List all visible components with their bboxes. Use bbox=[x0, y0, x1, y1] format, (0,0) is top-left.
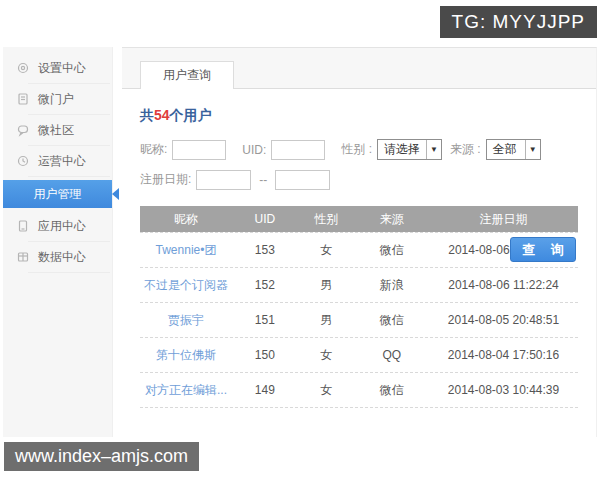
sidebar-item-micro-portal[interactable]: 微门户 bbox=[3, 84, 112, 114]
document-icon bbox=[16, 92, 30, 106]
user-source: 微信 bbox=[355, 382, 429, 399]
col-header-uid: UID bbox=[232, 212, 298, 226]
chevron-down-icon: ▼ bbox=[426, 140, 441, 159]
sidebar-item-data-center[interactable]: 数据中心 bbox=[3, 242, 112, 272]
sidebar-item-app-center[interactable]: 应用中心 bbox=[3, 211, 112, 241]
table-row: 不过是个订阅器 152 男 新浪 2014-08-06 11:22:24 bbox=[140, 268, 578, 303]
app-icon bbox=[16, 219, 30, 233]
col-header-register-date: 注册日期 bbox=[429, 211, 578, 228]
search-form: 昵称: UID: 性别 : 请选择 ▼ 来源 : 全部 ▼ 注册日 bbox=[122, 125, 596, 190]
tg-badge: TG: MYYJJPP bbox=[440, 6, 597, 38]
user-uid: 152 bbox=[232, 278, 298, 292]
user-nickname-link[interactable]: Twennie•团 bbox=[140, 242, 232, 259]
main-content: 用户查询 共54个用户 昵称: UID: 性别 : 请选择 ▼ 来源 : bbox=[122, 47, 597, 437]
sidebar-item-settings-center[interactable]: 设置中心 bbox=[3, 53, 112, 83]
user-nickname-link[interactable]: 对方正在编辑... bbox=[140, 382, 232, 399]
gender-select[interactable]: 请选择 ▼ bbox=[377, 139, 442, 160]
date-to-input[interactable] bbox=[275, 170, 330, 190]
gender-selected-value: 请选择 bbox=[378, 141, 426, 158]
sidebar-item-label: 用户管理 bbox=[34, 186, 82, 203]
page: TG: MYYJJPP 设置中心 微门户 微社区 bbox=[0, 0, 600, 480]
chat-icon bbox=[16, 123, 30, 137]
user-register-date: 2014-08-04 17:50:16 bbox=[429, 348, 578, 362]
user-uid: 150 bbox=[232, 348, 298, 362]
divider bbox=[28, 272, 110, 273]
gear-icon bbox=[16, 61, 30, 75]
user-count-summary: 共54个用户 bbox=[122, 89, 596, 125]
user-source: 新浪 bbox=[355, 277, 429, 294]
user-uid: 151 bbox=[232, 313, 298, 327]
tab-user-query[interactable]: 用户查询 bbox=[140, 61, 234, 89]
user-source: QQ bbox=[355, 348, 429, 362]
user-gender: 男 bbox=[298, 277, 355, 294]
table-header-row: 昵称 UID 性别 来源 注册日期 bbox=[140, 206, 578, 232]
sidebar-item-label: 应用中心 bbox=[38, 218, 86, 235]
user-nickname-link[interactable]: 贾振宇 bbox=[140, 312, 232, 329]
sidebar-item-operations-center[interactable]: 运营中心 bbox=[3, 146, 112, 176]
count-prefix: 共 bbox=[140, 107, 154, 123]
sidebar-item-micro-community[interactable]: 微社区 bbox=[3, 115, 112, 145]
sidebar: 设置中心 微门户 微社区 运营中心 用户管理 bbox=[3, 47, 113, 437]
source-select[interactable]: 全部 ▼ bbox=[486, 139, 541, 160]
user-gender: 女 bbox=[298, 242, 355, 259]
user-nickname-link[interactable]: 第十位佛斯 bbox=[140, 347, 232, 364]
sidebar-item-label: 微社区 bbox=[38, 122, 74, 139]
col-header-gender: 性别 bbox=[298, 211, 355, 228]
user-gender: 女 bbox=[298, 347, 355, 364]
date-range-separator: -- bbox=[259, 173, 267, 187]
chevron-down-icon: ▼ bbox=[525, 140, 540, 159]
sidebar-item-label: 设置中心 bbox=[38, 60, 86, 77]
gender-label: 性别 : bbox=[341, 141, 372, 158]
user-source: 微信 bbox=[355, 312, 429, 329]
count-number: 54 bbox=[154, 107, 170, 123]
user-register-date: 2014-08-05 20:48:51 bbox=[429, 313, 578, 327]
table-row: 贾振宇 151 男 微信 2014-08-05 20:48:51 bbox=[140, 303, 578, 338]
sidebar-item-user-management[interactable]: 用户管理 bbox=[3, 180, 112, 208]
user-nickname-link[interactable]: 不过是个订阅器 bbox=[140, 277, 232, 294]
date-from-input[interactable] bbox=[196, 170, 251, 190]
form-row-1: 昵称: UID: 性别 : 请选择 ▼ 来源 : 全部 ▼ bbox=[140, 139, 578, 160]
divider bbox=[28, 176, 110, 177]
table-row: 第十位佛斯 150 女 QQ 2014-08-04 17:50:16 bbox=[140, 338, 578, 373]
user-gender: 女 bbox=[298, 382, 355, 399]
search-button[interactable]: 查 询 bbox=[510, 237, 576, 262]
user-uid: 153 bbox=[232, 243, 298, 257]
uid-input[interactable] bbox=[271, 140, 325, 160]
col-header-nickname: 昵称 bbox=[140, 211, 232, 228]
count-suffix: 个用户 bbox=[170, 107, 212, 123]
user-register-date: 2014-08-06 11:22:24 bbox=[429, 278, 578, 292]
register-date-label: 注册日期: bbox=[140, 171, 191, 188]
sidebar-item-label: 数据中心 bbox=[38, 249, 86, 266]
clock-icon bbox=[16, 154, 30, 168]
user-register-date: 2014-08-03 10:44:39 bbox=[429, 383, 578, 397]
form-row-2: 注册日期: -- bbox=[140, 169, 578, 190]
user-source: 微信 bbox=[355, 242, 429, 259]
nickname-label: 昵称: bbox=[140, 141, 167, 158]
uid-label: UID: bbox=[242, 143, 266, 157]
sidebar-item-label: 微门户 bbox=[38, 91, 74, 108]
watermark-badge: www.index–amjs.com bbox=[4, 442, 199, 471]
col-header-source: 来源 bbox=[355, 211, 429, 228]
nickname-input[interactable] bbox=[172, 140, 226, 160]
table-row: 对方正在编辑... 149 女 微信 2014-08-03 10:44:39 bbox=[140, 373, 578, 408]
source-label: 来源 : bbox=[450, 141, 481, 158]
sidebar-item-label: 运营中心 bbox=[38, 153, 86, 170]
tab-bar: 用户查询 bbox=[122, 48, 596, 89]
database-icon bbox=[16, 250, 30, 264]
user-gender: 男 bbox=[298, 312, 355, 329]
user-uid: 149 bbox=[232, 383, 298, 397]
source-selected-value: 全部 bbox=[487, 141, 525, 158]
